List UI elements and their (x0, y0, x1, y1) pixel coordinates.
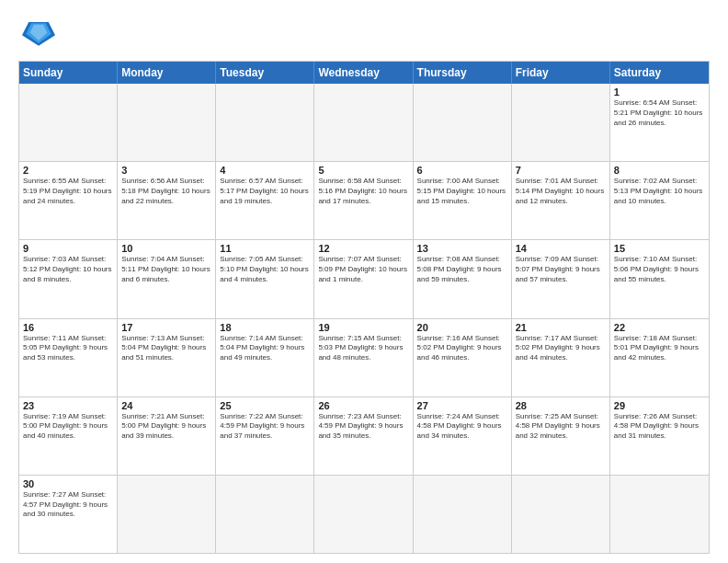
calendar-row-5: 30Sunrise: 7:27 AM Sunset: 4:57 PM Dayli… (19, 476, 709, 553)
day-info: Sunrise: 7:18 AM Sunset: 5:01 PM Dayligh… (614, 334, 705, 363)
calendar-cell (216, 84, 314, 161)
calendar-row-2: 9Sunrise: 7:03 AM Sunset: 5:12 PM Daylig… (19, 240, 709, 318)
day-number: 10 (121, 243, 211, 254)
day-number: 15 (614, 243, 705, 254)
day-number: 2 (23, 165, 113, 176)
calendar-cell (19, 84, 118, 161)
day-info: Sunrise: 7:21 AM Sunset: 5:00 PM Dayligh… (121, 412, 211, 442)
calendar-cell: 12Sunrise: 7:07 AM Sunset: 5:09 PM Dayli… (314, 240, 413, 317)
calendar-cell: 18Sunrise: 7:14 AM Sunset: 5:04 PM Dayli… (216, 319, 314, 396)
day-info: Sunrise: 7:22 AM Sunset: 4:59 PM Dayligh… (220, 412, 310, 442)
calendar-cell: 30Sunrise: 7:27 AM Sunset: 4:57 PM Dayli… (19, 476, 118, 553)
day-info: Sunrise: 7:23 AM Sunset: 4:59 PM Dayligh… (318, 412, 408, 442)
calendar-cell: 15Sunrise: 7:10 AM Sunset: 5:06 PM Dayli… (610, 240, 709, 317)
calendar-header: SundayMondayTuesdayWednesdayThursdayFrid… (19, 62, 709, 84)
day-number: 27 (417, 400, 507, 411)
calendar-row-3: 16Sunrise: 7:11 AM Sunset: 5:05 PM Dayli… (19, 319, 709, 397)
day-number: 4 (220, 165, 310, 176)
calendar-cell (314, 476, 413, 553)
header-day-wednesday: Wednesday (314, 62, 413, 84)
calendar-cell: 2Sunrise: 6:55 AM Sunset: 5:19 PM Daylig… (19, 162, 118, 239)
calendar-cell: 23Sunrise: 7:19 AM Sunset: 5:00 PM Dayli… (19, 397, 118, 475)
calendar-cell (216, 476, 314, 553)
day-number: 21 (516, 322, 606, 333)
day-number: 16 (23, 322, 113, 333)
calendar-row-1: 2Sunrise: 6:55 AM Sunset: 5:19 PM Daylig… (19, 162, 709, 240)
calendar-cell: 24Sunrise: 7:21 AM Sunset: 5:00 PM Dayli… (118, 397, 216, 475)
day-number: 12 (318, 243, 408, 254)
day-number: 18 (220, 322, 310, 333)
calendar-cell (118, 476, 216, 553)
header (18, 15, 710, 52)
day-number: 9 (23, 243, 113, 254)
calendar-cell: 14Sunrise: 7:09 AM Sunset: 5:07 PM Dayli… (512, 240, 610, 317)
day-number: 1 (614, 86, 705, 98)
calendar-cell: 4Sunrise: 6:57 AM Sunset: 5:17 PM Daylig… (216, 162, 314, 239)
calendar-cell: 28Sunrise: 7:25 AM Sunset: 4:58 PM Dayli… (512, 397, 610, 475)
calendar-cell: 3Sunrise: 6:56 AM Sunset: 5:18 PM Daylig… (118, 162, 216, 239)
calendar-cell: 25Sunrise: 7:22 AM Sunset: 4:59 PM Dayli… (216, 397, 314, 475)
calendar-cell: 20Sunrise: 7:16 AM Sunset: 5:02 PM Dayli… (414, 319, 512, 396)
calendar-cell: 26Sunrise: 7:23 AM Sunset: 4:59 PM Dayli… (314, 397, 413, 475)
header-day-monday: Monday (118, 62, 216, 84)
calendar-cell (314, 84, 413, 161)
calendar-cell: 27Sunrise: 7:24 AM Sunset: 4:58 PM Dayli… (414, 397, 512, 475)
calendar-cell: 11Sunrise: 7:05 AM Sunset: 5:10 PM Dayli… (216, 240, 314, 317)
day-number: 25 (220, 400, 310, 411)
day-number: 24 (121, 400, 211, 411)
day-info: Sunrise: 7:15 AM Sunset: 5:03 PM Dayligh… (318, 334, 408, 363)
day-info: Sunrise: 7:01 AM Sunset: 5:14 PM Dayligh… (516, 177, 606, 206)
day-info: Sunrise: 6:56 AM Sunset: 5:18 PM Dayligh… (121, 177, 211, 206)
day-info: Sunrise: 7:25 AM Sunset: 4:58 PM Dayligh… (516, 412, 606, 442)
calendar-cell: 7Sunrise: 7:01 AM Sunset: 5:14 PM Daylig… (512, 162, 610, 239)
day-info: Sunrise: 6:58 AM Sunset: 5:16 PM Dayligh… (318, 177, 408, 206)
day-number: 5 (318, 165, 408, 176)
calendar-cell: 21Sunrise: 7:17 AM Sunset: 5:02 PM Dayli… (512, 319, 610, 396)
day-info: Sunrise: 7:03 AM Sunset: 5:12 PM Dayligh… (23, 255, 113, 284)
day-number: 23 (23, 400, 113, 411)
calendar-cell (610, 476, 709, 553)
calendar-cell (414, 84, 512, 161)
day-number: 11 (220, 243, 310, 254)
day-number: 13 (417, 243, 507, 254)
day-number: 7 (516, 165, 606, 176)
calendar-cell (512, 476, 610, 553)
calendar-row-4: 23Sunrise: 7:19 AM Sunset: 5:00 PM Dayli… (19, 397, 709, 476)
day-number: 29 (614, 400, 705, 411)
calendar-cell: 5Sunrise: 6:58 AM Sunset: 5:16 PM Daylig… (314, 162, 413, 239)
day-number: 22 (614, 322, 705, 333)
day-number: 17 (121, 322, 211, 333)
day-number: 3 (121, 165, 211, 176)
calendar-cell: 19Sunrise: 7:15 AM Sunset: 5:03 PM Dayli… (314, 319, 413, 396)
day-number: 14 (516, 243, 606, 254)
day-info: Sunrise: 7:00 AM Sunset: 5:15 PM Dayligh… (417, 177, 507, 206)
day-number: 30 (23, 478, 113, 489)
day-number: 8 (614, 165, 705, 176)
calendar-cell (118, 84, 216, 161)
day-info: Sunrise: 7:14 AM Sunset: 5:04 PM Dayligh… (220, 334, 310, 363)
logo-icon (22, 15, 55, 48)
day-info: Sunrise: 7:17 AM Sunset: 5:02 PM Dayligh… (516, 334, 606, 363)
header-day-sunday: Sunday (19, 62, 118, 84)
day-number: 20 (417, 322, 507, 333)
calendar-cell: 10Sunrise: 7:04 AM Sunset: 5:11 PM Dayli… (118, 240, 216, 317)
day-info: Sunrise: 7:09 AM Sunset: 5:07 PM Dayligh… (516, 255, 606, 284)
calendar-row-0: 1Sunrise: 6:54 AM Sunset: 5:21 PM Daylig… (19, 84, 709, 162)
calendar-body: 1Sunrise: 6:54 AM Sunset: 5:21 PM Daylig… (19, 84, 709, 553)
day-info: Sunrise: 6:54 AM Sunset: 5:21 PM Dayligh… (614, 98, 705, 128)
calendar-cell: 8Sunrise: 7:02 AM Sunset: 5:13 PM Daylig… (610, 162, 709, 239)
calendar-cell (414, 476, 512, 553)
day-info: Sunrise: 7:08 AM Sunset: 5:08 PM Dayligh… (417, 255, 507, 284)
day-number: 19 (318, 322, 408, 333)
header-day-tuesday: Tuesday (216, 62, 314, 84)
day-info: Sunrise: 7:02 AM Sunset: 5:13 PM Dayligh… (614, 177, 705, 206)
page: SundayMondayTuesdayWednesdayThursdayFrid… (0, 0, 728, 563)
day-number: 26 (318, 400, 408, 411)
header-day-saturday: Saturday (610, 62, 709, 84)
day-info: Sunrise: 7:04 AM Sunset: 5:11 PM Dayligh… (121, 255, 211, 284)
calendar-cell: 22Sunrise: 7:18 AM Sunset: 5:01 PM Dayli… (610, 319, 709, 396)
calendar-cell (512, 84, 610, 161)
day-number: 6 (417, 165, 507, 176)
calendar-cell: 9Sunrise: 7:03 AM Sunset: 5:12 PM Daylig… (19, 240, 118, 317)
day-info: Sunrise: 7:10 AM Sunset: 5:06 PM Dayligh… (614, 255, 705, 284)
